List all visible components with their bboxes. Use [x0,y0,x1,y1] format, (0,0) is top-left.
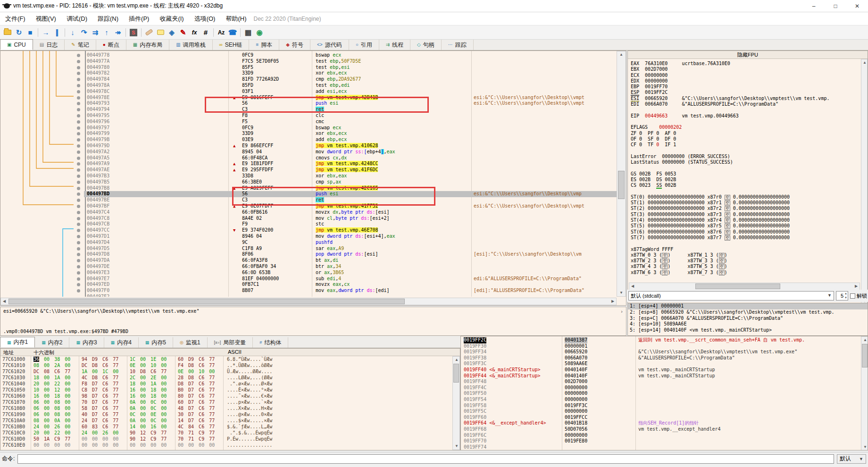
breakpoint-dot[interactable] [77,90,80,93]
breakpoint-dot[interactable] [77,187,80,190]
tab-引用[interactable]: ○引用 [349,40,379,50]
tab-内存布局[interactable]: ▦内存布局 [126,40,169,50]
menu-item[interactable]: 帮助(H) [220,12,251,25]
tab-符号[interactable]: ◆符号 [279,40,310,50]
dump-row[interactable]: 77C6105010 00 12 00C8 D7 C6 7716 00 18 0… [0,387,460,393]
disasm-row[interactable]: 004497E781EF 04000000sub edi,4edi:&"ALLU… [74,276,617,282]
argument-row[interactable]: 4: [esp+10] 5089AA6E [628,321,868,327]
breakpoint-dot[interactable] [77,157,80,160]
dump-row[interactable]: 77C610A008 00 0A 0024 D7 C6 770A 00 0C 0… [0,417,460,424]
disasm-row[interactable]: 004497A9▲E9 1EB1FDFFjmp vm test.vmp.4248… [74,161,617,167]
checkbox-icon[interactable] [850,293,855,299]
stack-row[interactable]: 0019FF600019FFCC [461,415,868,421]
run-to-user-code-icon[interactable]: ↠ [112,27,124,38]
register-line[interactable] [631,189,864,194]
pause-icon[interactable]: ∥ [51,27,63,38]
label-icon[interactable]: ◈ [166,27,177,38]
disasm-row[interactable]: 004497C466:0FB616movzx dx,byte ptr ds:[e… [74,209,617,216]
disasm-row[interactable]: 004497B566:3BE0cmp sp,ax [74,179,617,185]
tab-CPU[interactable]: ▣CPU [0,39,33,50]
disasm-row[interactable]: 00449795F8clc [74,113,617,119]
tab-断点[interactable]: ●断点 [96,40,126,50]
disasm-row[interactable]: 0044979D▲E9 866EFCFFjmp vm test.vmp.4106… [74,143,617,149]
stack-panel[interactable]: 0019FF2C00401387返回到 vm test.vmp.__scrt_c… [460,336,868,450]
dump-row[interactable]: 77C6104020 00 22 00F8 D7 C6 7718 00 1A 0… [0,381,460,387]
register-line[interactable]: ESI 00665920 &"C:\\Users\\sangfor\\Deskt… [631,96,864,101]
dump-row[interactable]: 77C610E000 00 00 0000 00 00 0000 00 00 0… [0,442,460,448]
disasm-row[interactable]: 004497CC▼E9 374F0200jmp vm test.vmp.46E7… [74,227,617,234]
dump-row[interactable]: 77C6101008 00 2A 00DC D8 C6 770E 00 10 0… [0,362,460,368]
tab-内存2[interactable]: ▦内存2 [35,337,69,348]
disasm-row[interactable]: 004497D49Cpushfd [74,240,617,246]
register-line[interactable]: ST(7) 00000000000000000000 x87r7 空 0.000… [631,235,864,241]
stack-row[interactable]: 0019FF6C00000000 [461,433,868,439]
menu-item[interactable]: 收藏夹(I) [154,12,189,25]
disasm-row[interactable]: 0044978085F5test ebp,esi [74,65,617,71]
tab-内存3[interactable]: ▦内存3 [69,337,104,348]
disasm-row[interactable]: 004497D88F06pop dword ptr ds:[esi][esi]:… [74,251,617,258]
register-line[interactable]: ST(1) 00000000000000000000 x87r1 空 0.000… [631,200,864,206]
breakpoint-dot[interactable] [77,247,80,250]
stop-icon[interactable]: ■ [25,27,36,38]
dump-row[interactable]: 77C6106016 00 18 0098 D7 C6 7716 00 18 0… [0,393,460,399]
stack-row[interactable]: 0019FF380066A070&"ALLUSERSPROFILE=C:\\Pr… [461,355,868,361]
register-line[interactable]: EIP 00449663 vm test.vmp.00449663 [631,113,864,119]
register-line[interactable]: EDX 00000000 [631,78,864,84]
register-line[interactable] [631,241,864,246]
tab-局部变量[interactable]: [x=]局部变量 [208,337,253,348]
patch-icon[interactable] [143,27,155,38]
stack-row[interactable]: 0019FF3C5089AA6E [461,361,868,367]
restart-icon[interactable]: ↻ [13,27,25,38]
disasm-row[interactable]: 004497780FC9bswap ecx [74,52,617,58]
breakpoint-dot[interactable] [77,241,80,244]
register-line[interactable]: ST(4) 00000000000000000000 x87r4 空 0.000… [631,217,864,223]
script-icon[interactable]: S [128,27,139,38]
register-line[interactable] [631,119,864,125]
register-line[interactable]: ST(5) 00000000000000000000 x87r5 空 0.000… [631,223,864,229]
stack-row[interactable]: 0019FF74 [461,444,868,450]
tab-句柄[interactable]: ◇句柄 [410,40,442,50]
disasm-row[interactable]: 004497C88A4E 02mov cl,byte ptr ds:[esi+2… [74,216,617,222]
stack-vscrollbar[interactable]: ▲ ▼ [861,336,868,450]
arguments-panel[interactable]: 1: [esp+4] 000000012: [esp+8] 00665920 &… [627,303,868,336]
dump-row[interactable]: 77C6108006 00 08 0058 D7 C6 770A 00 0C 0… [0,405,460,411]
stack-row[interactable]: 0019FF5000000000 [461,391,868,397]
dump-vscrollbar[interactable]: ▲ ▼ [452,356,460,450]
phone-icon[interactable]: ☎ [227,27,238,38]
register-line[interactable]: x87TW_2 3 (空) x87TW_3 3 (空) [631,258,864,264]
register-line[interactable]: LastStatus 00000000 (STATUS_SUCCESS) [631,159,864,165]
disasm-row[interactable]: 004497ED0FB7C1movzx eax,cx [74,282,617,288]
disassembly-panel[interactable]: 004497780FC9bswap ecx0044977AF7C5 5E7D0F… [0,50,626,306]
disasm-row[interactable]: 004497DE66:0FBAF0 34btr ax,34 [74,264,617,270]
breakpoint-dot[interactable] [77,126,80,130]
font-icon[interactable]: Az [216,27,227,38]
tab-源代码[interactable]: <>源代码 [310,40,349,50]
stack-row[interactable]: 0019FF3400665920&"C:\\Users\\sangfor\\De… [461,349,868,355]
fx-icon[interactable]: fx [189,27,200,38]
stack-row[interactable]: 0019FF64 <&__except_handler4>00401B18指向S… [461,420,868,426]
register-line[interactable]: ST(3) 00000000000000000000 x87r3 空 0.000… [631,212,864,217]
stack-row[interactable]: 0019FF2C00401387返回到 vm test.vmp.__scrt_c… [461,337,868,343]
unlock-checkbox[interactable]: 解锁 [850,292,867,300]
breakpoint-dot[interactable] [77,211,80,214]
disasm-row[interactable]: 004497B333D8xor ebx,eax [74,173,617,179]
tab-内存5[interactable]: ▦内存5 [139,337,173,348]
stack-row[interactable]: 0019FF580019FF3C [461,403,868,409]
tab-SEH链[interactable]: ∞SEH链 [213,40,250,50]
globe-icon[interactable]: ◉ [254,27,265,38]
tab-调用堆栈[interactable]: ▥调用堆栈 [169,40,212,50]
register-line[interactable]: GS 002B FS 0053 [631,171,864,177]
disasm-hscrollbar[interactable]: ◀ ▶ [0,298,617,305]
breakpoint-dot[interactable] [77,271,80,275]
disasm-row[interactable]: 004497DA66:0FA3F8bt ax,di [74,258,617,264]
register-line[interactable]: EDI 0066A070 &"ALLUSERSPROFILE=C:\\Progr… [631,101,864,107]
dump-row[interactable]: 77C6109006 00 08 0040 D7 C6 770C 00 0E 0… [0,411,460,417]
register-line[interactable]: EBP 0019FF70 [631,84,864,90]
dump-row[interactable]: 77C6100036 00 38 0094 D9 C6 771C 00 1E 0… [0,356,460,362]
disasm-row[interactable]: 0044979933D9xor ebx,ecx [74,131,617,137]
calling-convention-select[interactable]: 默认 (stdcall)▼ [628,291,834,300]
disasm-row[interactable]: 004497A28945 04mov dword ptr ss:[ebp+4],… [74,149,617,155]
step-into-icon[interactable]: ↓ [67,27,78,38]
disasm-row[interactable]: 0044977AF7C5 5E7D0F05test ebp,50F7D5E [74,58,617,65]
menu-item[interactable]: 选项(O) [189,12,221,25]
